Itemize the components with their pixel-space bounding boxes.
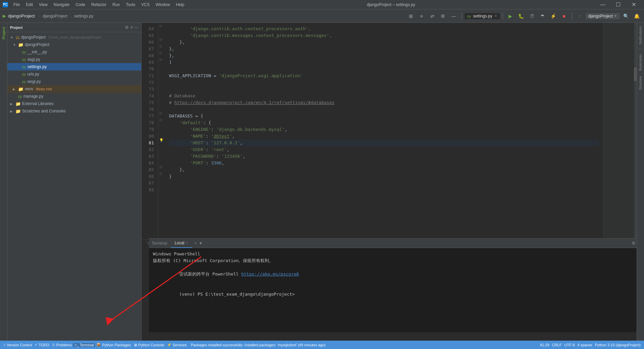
code-editor[interactable]: 'django.contrib.auth.context_processors.… <box>165 23 603 247</box>
minimize-button[interactable]: — <box>595 0 610 9</box>
active-tab[interactable]: py settings.py ✕ <box>465 13 500 19</box>
menu-run[interactable]: Run <box>110 2 122 8</box>
status-line-separator[interactable]: CRLF <box>551 343 563 347</box>
stop-button[interactable]: ■ <box>559 11 569 21</box>
menu-window[interactable]: Window <box>153 2 173 8</box>
notifications-sidebar-tab[interactable]: Notifications <box>638 24 643 46</box>
tree-item-asgi[interactable]: ▶ py asgi.py <box>7 56 141 63</box>
editor-terminal-container: ▲ 2 ▼ 1 64 65 66 67 68 69 70 71 72 73 74… <box>142 23 637 341</box>
git-diff-icon[interactable]: ⇄ <box>428 11 437 21</box>
code-line-64: 'django.contrib.auth.context_processors.… <box>169 26 599 32</box>
menu-tools[interactable]: Tools <box>123 2 138 8</box>
terminal-label: Terminal: <box>152 241 168 246</box>
debug-button[interactable]: 🐛 <box>517 11 526 21</box>
term-prompt-line: (venv) PS E:\test_exam_django\djangoProj… <box>153 284 637 304</box>
run-button[interactable]: ▶ <box>506 11 515 21</box>
upgrade-url-link[interactable]: https://aka.ms/pscore6 <box>241 271 299 277</box>
menu-file[interactable]: File <box>11 2 22 8</box>
code-line-74: # Database <box>169 93 599 99</box>
menu-navigate[interactable]: Navigate <box>51 2 72 8</box>
status-python-console[interactable]: 🖥 Python Console <box>132 343 166 347</box>
folder-icon-dj: 📁 <box>18 42 23 47</box>
status-git[interactable]: ⑂ Version Control <box>2 343 33 347</box>
editor-content[interactable]: 64 65 66 67 68 69 70 71 72 73 74 75 76 7… <box>142 23 637 247</box>
sidebar-divider <box>638 49 643 49</box>
tree-item-manage[interactable]: ▶ py manage.py <box>7 93 141 100</box>
maximize-button[interactable]: ☐ <box>610 0 626 9</box>
tree-arrow-extlibs: ▶ <box>10 102 14 106</box>
status-todo-label: TODO <box>39 343 49 347</box>
project-settings-icon[interactable]: ⚙ <box>125 25 129 30</box>
vcs-update-button[interactable]: ↑ <box>575 11 584 21</box>
concurrency-button[interactable]: ⚡ <box>549 11 558 21</box>
code-line-65: 'django.contrib.messages.context_process… <box>169 32 599 39</box>
tree-item-djangoproject-folder[interactable]: ▼ 📁 djangoProject <box>7 41 141 48</box>
tab-local[interactable]: Local ✕ <box>171 239 193 248</box>
tab-filename: settings.py <box>473 14 492 18</box>
status-python-version[interactable]: Python 3.10 (djangoProject) <box>594 343 642 347</box>
vertical-scrollbar-thumb[interactable] <box>634 67 637 81</box>
structure-sidebar-tab[interactable]: Structure <box>638 74 643 92</box>
status-python-packages[interactable]: 📦 Python Packages <box>95 343 132 347</box>
project-panel-tab[interactable]: Project <box>1 24 6 42</box>
tree-item-root[interactable]: ▼ 🗂 djangoProject E:\test_exam_django\dj… <box>7 34 141 41</box>
toolbar-more[interactable]: — <box>449 11 459 21</box>
status-todo[interactable]: ✓ TODO <box>33 343 51 347</box>
tree-item-init[interactable]: ▶ py __init__.py <box>7 48 141 56</box>
main-layout: Project Project ⚙ ≡ — ▼ 🗂 djangoProject … <box>0 23 644 341</box>
terminal-prompt: (venv) PS E:\test_exam_django\djangoProj… <box>179 292 294 297</box>
py-icon-asgi: py <box>22 57 26 61</box>
menu-view[interactable]: View <box>36 2 50 8</box>
tab-close-icon[interactable]: ✕ <box>494 14 497 18</box>
settings-icon[interactable]: ⚙ <box>438 11 448 21</box>
vertical-scrollbar-track[interactable] <box>634 23 637 247</box>
status-indent[interactable]: 4 spaces <box>576 343 594 347</box>
status-services[interactable]: ⚡ Services <box>166 343 188 347</box>
project-layout-icon[interactable]: ≡ <box>130 25 133 30</box>
search-everywhere-icon[interactable]: 🔍 <box>621 11 631 21</box>
menu-vcs[interactable]: VCS <box>139 2 152 8</box>
menu-help[interactable]: Help <box>173 2 187 8</box>
project-name-toolbar: djangoProject <box>8 13 35 18</box>
coverage-run-button[interactable]: ☂ <box>538 11 547 21</box>
breadcrumb-project[interactable]: djangoProject <box>43 14 67 18</box>
project-panel: Project ⚙ ≡ — ▼ 🗂 djangoProject E:\test_… <box>7 23 142 341</box>
tab-local-close[interactable]: ✕ <box>185 241 188 245</box>
breadcrumb-file[interactable]: settings.py <box>74 14 93 18</box>
project-collapse-icon[interactable]: — <box>134 25 139 30</box>
status-cursor-pos[interactable]: 81:29 <box>539 343 551 347</box>
bookmarks-sidebar-tab[interactable]: Bookmarks <box>638 52 643 73</box>
tree-item-urls[interactable]: ▶ py urls.py <box>7 70 141 78</box>
tree-item-wsgi[interactable]: ▶ py wsgi.py <box>7 78 141 85</box>
notifications-icon[interactable]: 🔔 <box>632 11 641 21</box>
menu-refactor[interactable]: Refactor <box>89 2 109 8</box>
tree-item-venv[interactable]: ▶ 📁 venv library root <box>7 85 141 93</box>
toolbar: ▶ djangoProject › djangoProject › settin… <box>0 9 644 23</box>
minimap[interactable] <box>603 23 637 247</box>
branch-selector[interactable]: djangoProject ▼ <box>586 13 620 19</box>
menu-code[interactable]: Code <box>73 2 88 8</box>
coverage-icon[interactable]: ⊞ <box>406 11 416 21</box>
status-encoding[interactable]: UTF-8 <box>563 343 576 347</box>
project-panel-header: Project ⚙ ≡ — <box>7 23 141 32</box>
line-numbers: 64 65 66 67 68 69 70 71 72 73 74 75 76 7… <box>142 23 158 247</box>
profile-button[interactable]: ⏱ <box>527 11 537 21</box>
add-terminal-button[interactable]: + <box>192 241 199 246</box>
layout-icon[interactable]: ≡ <box>417 11 426 21</box>
terminal-settings-icon[interactable]: ⚙ <box>632 241 636 246</box>
code-line-87 <box>169 180 599 187</box>
menu-edit[interactable]: Edit <box>23 2 36 8</box>
tree-item-settings[interactable]: ▶ py settings.py <box>7 63 141 70</box>
menu-bar[interactable]: File Edit View Navigate Code Refactor Ru… <box>11 2 187 8</box>
status-services-label: Services <box>173 343 187 347</box>
tree-item-scratches[interactable]: ▶ 📁 Scratches and Consoles <box>7 107 141 115</box>
terminal-content[interactable]: Windows PowerShell 版权所有 (C) Microsoft Co… <box>149 248 637 332</box>
project-root-icon: 🗂 <box>15 35 20 40</box>
status-terminal-tab[interactable]: >_ Terminal <box>73 343 95 347</box>
window-controls[interactable]: — ☐ ✕ <box>595 0 641 9</box>
tree-item-external-libs[interactable]: ▶ 📁 External Libraries <box>7 100 141 107</box>
status-problems[interactable]: ⚠ Problems <box>51 343 73 347</box>
close-button[interactable]: ✕ <box>626 0 641 9</box>
terminal-dropdown-button[interactable]: ▼ <box>199 241 203 246</box>
folder-icon-scratches: 📁 <box>15 109 21 114</box>
